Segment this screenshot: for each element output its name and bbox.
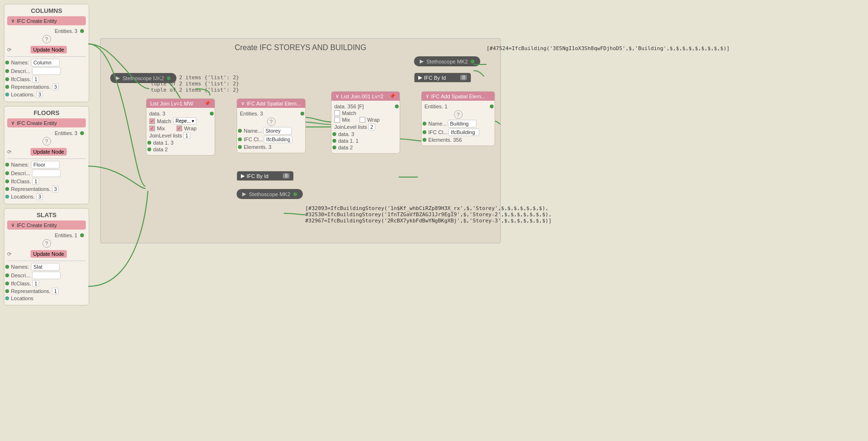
help-icon-floors[interactable]: ?	[42, 137, 51, 146]
descri-input-floors[interactable]	[32, 169, 61, 177]
lj001-wrap-checkbox[interactable]	[360, 117, 365, 123]
names-row-slats: Names:	[7, 263, 86, 271]
list-join-label: List Join Lv=1 MW	[150, 101, 193, 106]
ias-name-input[interactable]	[263, 127, 292, 135]
tuple-line-3: tuple of 2 items {'list': 2}	[151, 87, 239, 93]
tuple-output: tuple of 2 items {'list': 2} tuple of 2 …	[151, 74, 239, 93]
entities-value-floors: 3	[74, 130, 77, 136]
stethoscope-right-node[interactable]: ▶ Stethoscope MK2	[414, 56, 480, 66]
lj-joinlevel-row: JoinLevel lists 1	[149, 132, 212, 139]
update-node-btn-slats[interactable]: Update Node	[31, 250, 67, 258]
locations-port	[5, 93, 9, 96]
list-join-node: List Join Lv=1 MW 📌 data. 3 Match Repe..…	[146, 98, 215, 156]
entities-row: Entities. 3	[7, 28, 86, 34]
entities-row-floors: Entities. 3	[7, 130, 86, 136]
lj001-chevron: ∨	[335, 93, 339, 99]
list-join-header: List Join Lv=1 MW 📌	[146, 99, 215, 108]
reps-port-slats	[5, 289, 9, 293]
names-port-slats	[5, 265, 9, 269]
ifcclass-value-slats: 1	[32, 280, 39, 287]
floors-panel: FLOORS ∨ IFC Create Entity Entities. 3 ?…	[4, 106, 89, 204]
lj001-match-checkbox[interactable]	[334, 110, 340, 116]
lj001-data-label: data. 356 [F]	[334, 104, 364, 109]
lj001-joinlevel-row: JoinLevel lists 2	[334, 124, 397, 130]
locations-label-slats: Locations	[11, 295, 33, 301]
names-input-slats[interactable]	[31, 263, 60, 271]
entities-port-right-floors	[80, 131, 84, 135]
stethoscope-bottom-node[interactable]: ▶ Stethoscope MK2	[237, 189, 303, 199]
storey-output: [#32093=IfcBuildingStorey('1n$Kf_whbCiRZ…	[305, 205, 552, 224]
left-panels: COLUMNS ∨ IFC Create Entity Entities. 3 …	[0, 0, 93, 309]
names-input-columns[interactable]	[31, 59, 60, 66]
lj001-mix-checkbox[interactable]	[334, 117, 340, 123]
ifc-by-id-left-ii: II	[283, 173, 289, 178]
ifc-add-spatial-right-header: ∨ IFC Add Spatial Elem...	[422, 92, 495, 101]
reps-row-columns: Representations. 3	[7, 84, 86, 90]
lj-data-port	[210, 112, 214, 116]
lj001-data-port	[395, 105, 399, 108]
iasr-ifccl-label: IFC Cl...	[428, 129, 447, 135]
reps-port-floors	[5, 187, 9, 191]
descri-input-slats[interactable]	[32, 272, 61, 279]
stethoscope-right-label: Stethoscope MK2	[426, 59, 468, 64]
ias-ifccl-input[interactable]	[264, 136, 292, 143]
lj-mix-label: Mix	[157, 126, 165, 131]
stethoscope-bottom-label: Stethoscope MK2	[249, 191, 290, 197]
lj001-data-row: data. 356 [F]	[334, 104, 397, 109]
lj-joinlevel-label: JoinLevel lists	[149, 133, 182, 138]
ifc-building-output-text: [#47524=IfcBuilding('3E5NgI1oX3Sh8qwFDjh…	[486, 45, 730, 52]
slats-title: SLATS	[7, 211, 86, 219]
stethoscope-bottom-play: ▶	[242, 191, 246, 197]
help-icon-ias[interactable]: ?	[267, 117, 276, 126]
update-icon: ⟳	[7, 47, 11, 53]
lj-data2-label: data 2	[153, 147, 168, 152]
ias-name-row: Name...	[240, 127, 302, 135]
iasr-elements-label: Elements. 356	[428, 137, 462, 143]
columns-header-label: IFC Create Entity	[17, 18, 57, 24]
lj-match-label: Match	[157, 118, 171, 124]
lj-match-checkbox[interactable]	[149, 118, 155, 124]
names-input-floors[interactable]	[31, 161, 60, 168]
ifc-add-spatial-left-header: ∨ IFC Add Spatial Elem...	[237, 99, 305, 108]
slats-header-label: IFC Create Entity	[17, 222, 57, 228]
descri-row-floors: Descri...	[7, 169, 86, 177]
names-label-slats: Names:	[11, 264, 29, 270]
iasr-name-label: Name...	[428, 121, 447, 126]
help-icon-slats[interactable]: ?	[42, 239, 51, 248]
iasr-entities-port	[490, 105, 494, 108]
reps-value: 3	[52, 84, 59, 90]
floors-header: ∨ IFC Create Entity	[7, 118, 86, 127]
chevron-icon-floors: ∨	[11, 120, 15, 126]
iasr-ifccl-input[interactable]	[448, 128, 479, 136]
stethoscope-bottom-port	[293, 192, 297, 196]
lj001-match-label: Match	[342, 110, 356, 116]
list-join-body: data. 3 Match Repe... ▾ Mix Wrap JoinLev…	[146, 108, 215, 155]
descri-label: Descri...	[11, 68, 30, 74]
lj-data2-port	[147, 147, 151, 151]
lj-repeat-dropdown[interactable]: Repe... ▾	[173, 117, 196, 125]
ifc-add-spatial-left-node: ∨ IFC Add Spatial Elem... Entities. 3 ? …	[237, 98, 306, 153]
lj001-data3-label: data. 3	[338, 131, 354, 137]
lj-wrap-checkbox[interactable]	[176, 126, 182, 131]
ifcclass-port-slats	[5, 282, 9, 285]
lj001-data1-port	[332, 139, 336, 143]
chevron-icon: ∨	[11, 18, 15, 24]
ifcclass-label: IfcClass.	[11, 76, 31, 82]
locations-port-floors	[5, 195, 9, 199]
help-icon-columns[interactable]: ?	[42, 35, 51, 43]
help-icon-iasr[interactable]: ?	[454, 110, 463, 119]
iasr-name-input[interactable]	[448, 120, 476, 127]
ifcclass-row-columns: IfcClass. 1	[7, 76, 86, 83]
ias-ifccl-label: IFC Cl...	[244, 136, 263, 142]
tuple-line-1: tuple of 2 items {'list': 2}	[151, 74, 239, 81]
lj001-label: List Join.001 Lv=2	[341, 94, 383, 99]
slats-header: ∨ IFC Create Entity	[7, 220, 86, 230]
locations-value-floors: 3	[36, 193, 43, 200]
update-node-btn-columns[interactable]: Update Node	[31, 46, 67, 53]
descri-input-columns[interactable]	[32, 67, 61, 75]
update-node-btn-floors[interactable]: Update Node	[31, 148, 67, 156]
entities-port-right	[80, 29, 84, 33]
lj-mix-checkbox[interactable]	[149, 126, 155, 131]
descri-port-slats	[5, 273, 9, 277]
entities-value-slats: 1	[74, 232, 77, 238]
